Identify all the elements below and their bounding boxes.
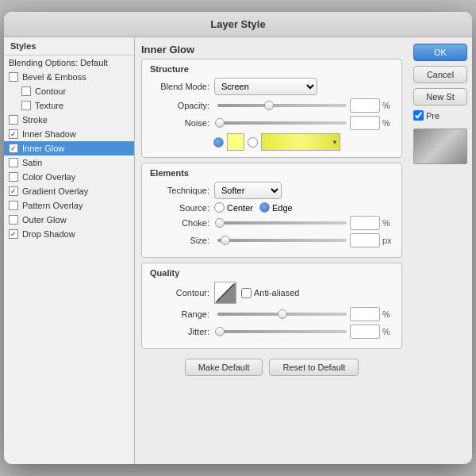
source-center-option[interactable]: Center — [214, 202, 253, 213]
opacity-slider[interactable] — [217, 104, 347, 107]
contour-label: Contour — [35, 86, 66, 96]
inner-glow-checkbox[interactable]: ✓ — [9, 144, 18, 153]
choke-label: Choke: — [150, 218, 209, 228]
technique-select[interactable]: Softer Precise — [214, 182, 282, 199]
size-thumb[interactable] — [221, 236, 230, 245]
stroke-checkbox[interactable] — [9, 115, 18, 125]
sidebar-item-inner-glow[interactable]: ✓ Inner Glow — [4, 141, 134, 155]
contour-preview[interactable] — [214, 282, 236, 304]
choke-slider[interactable] — [217, 221, 347, 225]
sidebar-item-bevel[interactable]: Bevel & Emboss — [4, 70, 134, 84]
gradient-radio[interactable] — [248, 137, 258, 148]
quality-title: Quality — [150, 268, 393, 278]
inner-glow-label: Inner Glow — [22, 144, 64, 153]
jitter-label: Jitter: — [150, 327, 209, 336]
noise-slider[interactable] — [217, 121, 347, 125]
source-row: Source: Center Edge — [150, 202, 393, 213]
inner-glow-title: Inner Glow — [141, 44, 402, 56]
choke-input[interactable]: 0 — [350, 216, 380, 230]
inner-shadow-checkbox[interactable]: ✓ — [9, 129, 18, 139]
jitter-thumb[interactable] — [215, 327, 225, 336]
make-default-button[interactable]: Make Default — [185, 359, 263, 376]
solid-color-radio[interactable] — [213, 137, 224, 148]
opacity-input[interactable]: 40 — [350, 98, 380, 113]
jitter-slider[interactable] — [217, 330, 347, 333]
range-input[interactable]: 50 — [350, 307, 380, 321]
noise-input[interactable]: 0 — [350, 116, 380, 130]
bottom-buttons: Make Default Reset to Default — [141, 359, 402, 376]
source-edge-radio[interactable] — [259, 202, 270, 213]
ok-button[interactable]: OK — [413, 44, 467, 61]
satin-checkbox[interactable] — [9, 158, 18, 167]
gradient-overlay-label: Gradient Overlay — [22, 186, 88, 196]
size-label: Size: — [150, 236, 209, 245]
sidebar-item-drop-shadow[interactable]: ✓ Drop Shadow — [4, 227, 134, 241]
range-label: Range: — [150, 309, 209, 319]
contour-svg — [215, 282, 236, 303]
anti-aliased-checkbox[interactable] — [241, 288, 251, 298]
drop-shadow-label: Drop Shadow — [22, 229, 75, 239]
sidebar-item-texture[interactable]: Texture — [4, 98, 134, 113]
size-unit: px — [382, 236, 393, 245]
choke-thumb[interactable] — [215, 218, 225, 228]
preview-checkbox[interactable] — [413, 110, 424, 121]
color-swatch[interactable] — [227, 133, 244, 151]
preview-text: Pre — [426, 111, 440, 121]
opacity-label: Opacity: — [150, 101, 209, 110]
cancel-button[interactable]: Cancel — [413, 66, 467, 83]
size-input[interactable]: 4 — [350, 233, 380, 248]
choke-row: Choke: 0 % — [150, 216, 393, 230]
range-thumb[interactable] — [278, 309, 287, 319]
anti-aliased-text: Anti-aliased — [254, 288, 299, 298]
source-edge-option[interactable]: Edge — [259, 202, 293, 213]
pattern-overlay-checkbox[interactable] — [9, 201, 18, 210]
gradient-swatch[interactable]: ▼ — [261, 133, 340, 151]
technique-row: Technique: Softer Precise — [150, 182, 393, 199]
gradient-overlay-checkbox[interactable]: ✓ — [9, 186, 18, 196]
texture-label: Texture — [35, 101, 63, 110]
gradient-arrow-icon: ▼ — [332, 139, 338, 146]
styles-panel: Styles Blending Options: Default Bevel &… — [4, 37, 135, 464]
jitter-row: Jitter: 0 % — [150, 324, 393, 339]
preview-label[interactable]: Pre — [413, 110, 467, 121]
outer-glow-checkbox[interactable] — [9, 215, 18, 225]
opacity-row: Opacity: 40 % — [150, 98, 393, 113]
reset-default-button[interactable]: Reset to Default — [269, 359, 359, 376]
color-overlay-checkbox[interactable] — [9, 172, 18, 182]
opacity-unit: % — [382, 101, 393, 110]
elements-section: Elements Technique: Softer Precise Sourc… — [141, 163, 402, 258]
structure-title: Structure — [150, 64, 393, 74]
blending-options-item[interactable]: Blending Options: Default — [4, 56, 134, 70]
size-slider[interactable] — [217, 239, 347, 242]
sidebar-item-inner-shadow[interactable]: ✓ Inner Shadow — [4, 127, 134, 141]
sidebar-item-stroke[interactable]: Stroke — [4, 113, 134, 127]
title-bar: Layer Style — [4, 12, 472, 37]
sidebar-item-color-overlay[interactable]: Color Overlay — [4, 170, 134, 184]
technique-label: Technique: — [150, 186, 209, 195]
bevel-checkbox[interactable] — [9, 72, 18, 82]
noise-unit: % — [382, 118, 393, 128]
source-center-radio[interactable] — [214, 202, 225, 213]
blend-mode-select[interactable]: Screen Normal Multiply Overlay — [214, 78, 317, 95]
jitter-input[interactable]: 0 — [350, 324, 380, 339]
noise-thumb[interactable] — [215, 118, 225, 128]
structure-section: Structure Blend Mode: Screen Normal Mult… — [141, 59, 402, 158]
drop-shadow-checkbox[interactable]: ✓ — [9, 229, 18, 239]
contour-checkbox[interactable] — [21, 86, 31, 96]
range-row: Range: 50 % — [150, 307, 393, 321]
anti-aliased-label[interactable]: Anti-aliased — [241, 288, 299, 298]
source-edge-label: Edge — [272, 203, 293, 213]
choke-unit: % — [382, 218, 393, 228]
satin-label: Satin — [22, 158, 42, 167]
sidebar-item-contour[interactable]: Contour — [4, 84, 134, 98]
opacity-thumb[interactable] — [264, 101, 274, 110]
sidebar-item-pattern-overlay[interactable]: Pattern Overlay — [4, 198, 134, 213]
preview-box — [413, 129, 467, 164]
texture-checkbox[interactable] — [21, 101, 31, 110]
sidebar-item-outer-glow[interactable]: Outer Glow — [4, 213, 134, 227]
range-slider[interactable] — [217, 313, 347, 316]
new-style-button[interactable]: New St — [413, 88, 467, 106]
bevel-label: Bevel & Emboss — [22, 72, 86, 82]
sidebar-item-satin[interactable]: Satin — [4, 155, 134, 170]
sidebar-item-gradient-overlay[interactable]: ✓ Gradient Overlay — [4, 184, 134, 198]
